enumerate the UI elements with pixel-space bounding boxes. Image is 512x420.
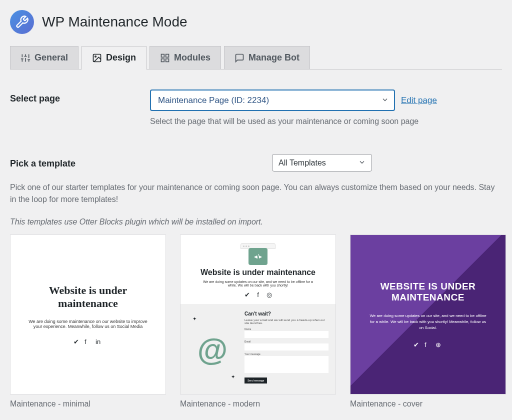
template-note: This templates use Otter Blocks plugin w… — [10, 218, 502, 226]
preview-heading: WEBSITE IS UNDER MAINTENANCE — [366, 281, 490, 303]
tab-design[interactable]: Design — [82, 46, 146, 70]
tab-modules[interactable]: Modules — [150, 46, 221, 69]
dribbble-icon: ⊕ — [436, 341, 442, 348]
template-name: Maintenance - cover — [350, 400, 506, 408]
social-icons: ✔ f in — [74, 338, 102, 345]
template-filter-select[interactable]: All Templates — [272, 154, 372, 172]
social-icons: ✔ f ⊕ — [414, 341, 442, 348]
template-name: Maintenance - minimal — [10, 400, 166, 408]
facebook-icon: f — [254, 291, 262, 298]
twitter-icon: ✔ — [414, 341, 420, 348]
social-icons: ✔ f ◎ — [180, 291, 336, 298]
svg-rect-13 — [166, 58, 169, 62]
select-page-row: Select page Maintenance Page (ID: 2234) … — [10, 90, 502, 126]
browser-icon: ◂/▸ — [240, 243, 276, 265]
template-card-cover[interactable]: WEBSITE IS UNDER MAINTENANCE We are doin… — [350, 234, 506, 408]
preview-form: Can't wait? Leave your email and we will… — [244, 311, 328, 387]
instagram-icon: ◎ — [266, 291, 272, 298]
svg-rect-14 — [162, 58, 164, 62]
template-header-row: Pick a template All Templates — [10, 154, 502, 172]
facebook-icon: f — [84, 338, 92, 345]
facebook-icon: f — [424, 341, 432, 348]
template-card-modern[interactable]: ◂/▸ Website is under maintenance We are … — [180, 234, 336, 408]
sliders-icon — [20, 53, 30, 63]
template-card-minimal[interactable]: Website is under maintenance We are doin… — [10, 234, 166, 408]
code-icon: ◂/▸ — [248, 248, 268, 265]
tab-general[interactable]: General — [10, 46, 78, 69]
pick-template-label: Pick a template — [10, 156, 150, 169]
grid-icon — [160, 53, 170, 63]
nav-tabs: General Design Modules Manage Bot — [10, 46, 502, 70]
edit-page-link[interactable]: Edit page — [401, 96, 437, 106]
plugin-logo-icon — [10, 10, 34, 34]
template-description: Pick one of our starter templates for yo… — [10, 182, 502, 206]
svg-rect-11 — [162, 54, 164, 57]
select-page-description: Select the page that will be used as you… — [150, 117, 502, 126]
tab-label: General — [34, 52, 68, 63]
chat-icon — [234, 53, 244, 63]
preview-text: We are doing some updates on our site, a… — [203, 280, 313, 287]
page-title: WP Maintenance Mode — [42, 14, 188, 30]
select-page-label: Select page — [10, 90, 150, 104]
template-preview: WEBSITE IS UNDER MAINTENANCE We are doin… — [350, 234, 506, 394]
tab-label: Design — [106, 52, 136, 63]
page-header: WP Maintenance Mode — [10, 10, 502, 34]
tab-label: Manage Bot — [248, 52, 300, 63]
image-icon — [92, 53, 102, 63]
at-symbol-icon: ✦ ✦ @ — [188, 311, 238, 387]
preview-heading: Website is under maintenance — [20, 284, 156, 310]
twitter-icon: ✔ — [244, 291, 250, 298]
preview-heading: Website is under maintenance — [180, 268, 336, 277]
templates-grid: Website is under maintenance We are doin… — [10, 234, 502, 408]
svg-point-10 — [95, 56, 96, 57]
preview-text: We are doing some updates on our site, a… — [368, 313, 488, 331]
tab-label: Modules — [174, 52, 210, 63]
svg-rect-12 — [166, 54, 169, 57]
template-preview: Website is under maintenance We are doin… — [10, 234, 166, 394]
linkedin-icon: in — [96, 338, 102, 345]
twitter-icon: ✔ — [74, 338, 80, 345]
tab-manage-bot[interactable]: Manage Bot — [224, 46, 310, 69]
page-select[interactable]: Maintenance Page (ID: 2234) — [150, 90, 395, 111]
template-preview: ◂/▸ Website is under maintenance We are … — [180, 234, 336, 394]
template-name: Maintenance - modern — [180, 400, 336, 408]
preview-text: We are doing some maintenance on our web… — [26, 319, 150, 329]
